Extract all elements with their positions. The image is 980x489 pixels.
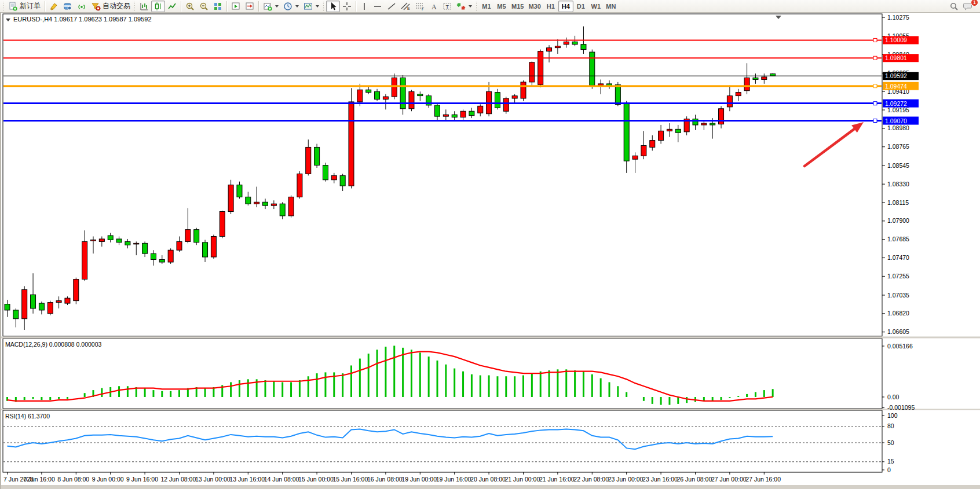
svg-text:1.09070: 1.09070 bbox=[885, 117, 907, 124]
price-label: 1.09474 bbox=[883, 82, 919, 90]
profiles-button[interactable] bbox=[61, 1, 75, 12]
timeframe-mn-button[interactable]: MN bbox=[604, 1, 619, 12]
trendline-button[interactable] bbox=[385, 1, 398, 12]
svg-text:23 Jun 16:00: 23 Jun 16:00 bbox=[642, 476, 678, 483]
svg-text:21 Jun 00:00: 21 Jun 00:00 bbox=[505, 476, 540, 483]
timeframe-h1-button[interactable]: H1 bbox=[543, 1, 558, 12]
svg-text:13 Jun 00:00: 13 Jun 00:00 bbox=[195, 476, 231, 483]
chart-collapse-icon[interactable] bbox=[6, 19, 10, 21]
templates-button[interactable] bbox=[301, 1, 321, 12]
svg-text:1.09801: 1.09801 bbox=[885, 54, 907, 61]
toolbar-grip[interactable] bbox=[476, 2, 478, 11]
timeframe-m5-button[interactable]: M5 bbox=[494, 1, 509, 12]
time-axis[interactable]: 7 Jun 20237 Jun 16:008 Jun 08:009 Jun 00… bbox=[3, 472, 781, 483]
periods-caret bbox=[295, 5, 299, 8]
svg-text:9 Jun 00:00: 9 Jun 00:00 bbox=[92, 476, 124, 483]
auto-scroll-icon bbox=[231, 2, 240, 11]
cursor-button[interactable] bbox=[326, 1, 340, 12]
candlestick-chart-button[interactable] bbox=[151, 1, 165, 12]
equidistant-channel-icon: E bbox=[401, 2, 411, 11]
horizontal-line-object[interactable]: 1.09070 bbox=[3, 117, 919, 125]
new-order-icon bbox=[9, 2, 18, 11]
rsi-axis[interactable]: 1008050150 bbox=[882, 412, 898, 473]
notification-badge: 1 bbox=[971, 0, 978, 6]
horizontal-line-icon bbox=[373, 2, 382, 11]
timeframe-m15-button[interactable]: M15 bbox=[509, 1, 526, 12]
toolbar-grip[interactable] bbox=[134, 2, 136, 11]
timeframe-m30-button[interactable]: M30 bbox=[526, 1, 543, 12]
chart-shift-icon bbox=[245, 2, 254, 11]
vertical-line-button[interactable] bbox=[358, 1, 371, 12]
zoom-out-button[interactable] bbox=[197, 1, 211, 12]
tile-windows-button[interactable] bbox=[211, 1, 225, 12]
styler-button[interactable] bbox=[47, 1, 61, 12]
bar-chart-button[interactable] bbox=[137, 1, 151, 12]
svg-text:1.09272: 1.09272 bbox=[885, 100, 907, 107]
svg-text:1.08980: 1.08980 bbox=[887, 124, 909, 131]
timeframe-m1-button[interactable]: M1 bbox=[479, 1, 494, 12]
svg-text:1.08545: 1.08545 bbox=[887, 162, 909, 169]
zoom-out-icon bbox=[199, 2, 209, 11]
equidistant-channel-button[interactable]: E bbox=[398, 1, 413, 12]
horizontal-line-object[interactable]: 1.09474 bbox=[3, 82, 919, 90]
horizontal-line-button[interactable] bbox=[371, 1, 385, 12]
svg-text:-0.001095: -0.001095 bbox=[887, 404, 915, 411]
notifications-button[interactable]: 1 bbox=[961, 1, 975, 12]
text-button[interactable]: A bbox=[427, 1, 440, 12]
trendline-icon bbox=[387, 2, 396, 11]
line-chart-button[interactable] bbox=[165, 1, 179, 12]
bar-chart-icon bbox=[140, 2, 149, 11]
svg-text:1.08765: 1.08765 bbox=[887, 143, 909, 150]
auto-trading-button[interactable]: 自动交易 bbox=[89, 1, 133, 12]
horizontal-line-object[interactable]: 1.10009 bbox=[3, 36, 919, 44]
svg-text:19 Jun 16:00: 19 Jun 16:00 bbox=[436, 476, 471, 483]
signals-button[interactable] bbox=[75, 1, 89, 12]
chart-window[interactable]: 1.102751.100551.098401.096251.094101.091… bbox=[0, 13, 980, 489]
chart-shift-button[interactable] bbox=[243, 1, 257, 12]
trend-arrow[interactable] bbox=[805, 122, 864, 166]
zoom-in-button[interactable] bbox=[183, 1, 197, 12]
arrows-button[interactable] bbox=[454, 1, 474, 12]
macd-indicator-label: MACD(12,26,9) 0.000808 0.000003 bbox=[5, 341, 101, 348]
indicators-button[interactable] bbox=[261, 1, 281, 12]
toolbar-grip[interactable] bbox=[323, 2, 325, 11]
macd-signal-line bbox=[8, 352, 773, 401]
svg-text:50: 50 bbox=[887, 439, 894, 446]
svg-text:1.07035: 1.07035 bbox=[887, 292, 909, 299]
macd-panel bbox=[8, 345, 773, 405]
rsi-line bbox=[8, 429, 773, 450]
templates-caret bbox=[316, 5, 319, 8]
text-label-button[interactable]: T bbox=[440, 1, 454, 12]
chart-title-text: EURUSD-,H4 1.09617 1.09623 1.09587 1.095… bbox=[13, 16, 152, 23]
candles-layer bbox=[5, 27, 776, 330]
rsi-indicator-label: RSI(14) 61.3700 bbox=[5, 413, 50, 420]
indicators-icon bbox=[263, 2, 272, 11]
periods-button[interactable] bbox=[281, 1, 301, 12]
price-label: 1.09801 bbox=[883, 54, 919, 62]
svg-text:15: 15 bbox=[887, 458, 894, 465]
svg-text:1.07685: 1.07685 bbox=[887, 236, 909, 242]
macd-axis[interactable]: 0.0051660.00-0.001095 bbox=[882, 343, 915, 411]
profiles-icon bbox=[63, 2, 72, 11]
timeframe-w1-button[interactable]: W1 bbox=[588, 1, 604, 12]
auto-scroll-button[interactable] bbox=[229, 1, 243, 12]
fibonacci-button[interactable]: F bbox=[413, 1, 427, 12]
styler-icon bbox=[49, 2, 58, 11]
arrows-caret bbox=[469, 5, 472, 8]
timeframe-d1-button[interactable]: D1 bbox=[573, 1, 588, 12]
new-order-button[interactable]: 新订单 bbox=[6, 1, 43, 12]
cursor-icon bbox=[328, 2, 338, 11]
svg-text:1.06820: 1.06820 bbox=[887, 310, 909, 317]
chart-shift-marker[interactable] bbox=[776, 16, 781, 19]
crosshair-button[interactable] bbox=[340, 1, 354, 12]
chart-canvas[interactable]: 1.102751.100551.098401.096251.094101.091… bbox=[1, 13, 980, 489]
svg-text:100: 100 bbox=[887, 412, 898, 419]
svg-text:0.00: 0.00 bbox=[887, 394, 899, 400]
horizontal-line-object[interactable]: 1.09272 bbox=[3, 100, 919, 108]
horizontal-line-object[interactable]: 1.09801 bbox=[3, 54, 919, 62]
toolbar-grip[interactable] bbox=[3, 2, 5, 11]
timeframe-h4-button[interactable]: H4 bbox=[558, 1, 573, 12]
search-button[interactable] bbox=[947, 1, 961, 12]
svg-text:21 Jun 16:00: 21 Jun 16:00 bbox=[539, 476, 575, 483]
svg-text:12 Jun 08:00: 12 Jun 08:00 bbox=[161, 476, 196, 483]
